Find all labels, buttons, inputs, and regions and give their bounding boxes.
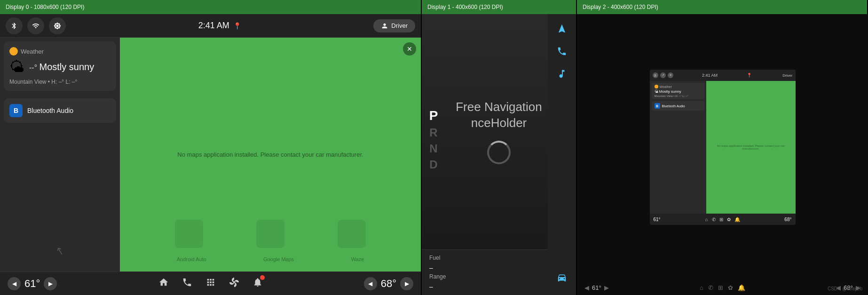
main-content: 2:41 AM 📍 Driver Weather [0, 14, 868, 295]
mini-status-bar: B ↗ ☀ 2:41 AM 📍 Driver [650, 70, 796, 81]
prnd-r: R [429, 126, 437, 139]
time-display: 2:41 AM [198, 21, 229, 31]
mini-bell-bottom-icon: 🔔 [738, 284, 745, 291]
driver-button[interactable]: Driver [373, 19, 415, 32]
app-label-google-maps: Google Maps [263, 256, 294, 262]
range-value: – [429, 283, 494, 290]
cursor-icon: ↖ [54, 244, 65, 258]
mini-map: No maps application installed. Please co… [706, 81, 796, 214]
mini-location-icon: 📍 [747, 73, 752, 78]
map-close-button[interactable]: ✕ [403, 42, 416, 56]
map-bottom-labels: Android Auto Google Maps Waze [120, 256, 421, 262]
bluetooth-audio-card[interactable]: B Bluetooth Audio [4, 98, 116, 123]
mini-sidebar: Weather 🌤 Mostly sunny Mountain View • H… [650, 81, 706, 214]
map-area: ✕ No maps application installed. Please … [120, 38, 421, 271]
display-2: B ↗ ☀ 2:41 AM 📍 Driver Weather [577, 14, 868, 295]
mini-home-bottom-icon: ⌂ [700, 284, 703, 291]
phone-button[interactable] [182, 277, 192, 290]
temp-left-increase-button[interactable]: ▶ [44, 277, 57, 290]
status-bar: 2:41 AM 📍 Driver [0, 14, 421, 38]
temp-right-decrease-button[interactable]: ◀ [364, 277, 377, 290]
sidebar-cursor-area: ↖ [0, 127, 120, 271]
google-maps-icon [256, 220, 284, 248]
temp-right-increase-button[interactable]: ▶ [400, 277, 413, 290]
notification-button[interactable] [253, 277, 263, 290]
apps-button[interactable] [205, 277, 216, 290]
weather-icon: 🌤 [9, 58, 24, 76]
mini-weather-loc: Mountain View • H: –° L: –° [655, 95, 702, 97]
temp-left-decrease-button[interactable]: ◀ [8, 277, 21, 290]
range-label: Range [429, 273, 494, 281]
notification-badge [260, 275, 265, 280]
prnd-panel: P R N D [422, 108, 445, 171]
weather-description: Mostly sunny [39, 62, 95, 72]
driver-label: Driver [391, 22, 408, 29]
display-2-label: Display 2 - 400x600 (120 DPI) [577, 0, 868, 14]
signal-button[interactable] [27, 17, 44, 34]
android-auto-icon [175, 220, 203, 248]
brightness-button[interactable] [49, 17, 66, 34]
call-icon[interactable] [557, 46, 567, 59]
mini-left-temp-val: 61° [592, 284, 601, 291]
mini-sun-icon [655, 85, 658, 88]
display2-bottom: ◀ 61° ▶ ⌂ ✆ ⊞ ✿ 🔔 ◀ 68° ▶ [577, 280, 868, 295]
mini-home-icon: ⌂ [705, 217, 708, 222]
weather-card[interactable]: Weather 🌤 --° Mostly sunny Mountain View… [4, 41, 116, 91]
mini-weather-card: Weather 🌤 Mostly sunny Mountain View • H… [652, 83, 704, 99]
app-label-android-auto: Android Auto [177, 256, 206, 262]
weather-title: Weather [9, 47, 110, 56]
mini-brightness-icon: ☀ [668, 72, 673, 78]
mini-screen: B ↗ ☀ 2:41 AM 📍 Driver Weather [650, 70, 796, 225]
bluetooth-button[interactable] [6, 17, 23, 34]
display-1: Free NavigationnceHolder P R N D [422, 14, 577, 295]
fan-button[interactable] [229, 277, 239, 290]
mini-left-temp-section: ◀ 61° ▶ [584, 284, 609, 291]
weather-main: 🌤 --° Mostly sunny [9, 58, 110, 76]
mini-content-row: Weather 🌤 Mostly sunny Mountain View • H… [650, 81, 796, 214]
status-center: 2:41 AM 📍 [71, 21, 369, 31]
mini-weather-main: 🌤 Mostly sunny [655, 89, 702, 94]
weather-sun-icon [9, 47, 18, 56]
turn-right-icon[interactable] [557, 24, 567, 37]
mini-fan-bottom-icon: ✿ [728, 284, 733, 291]
home-button[interactable] [158, 277, 169, 290]
mini-driver: Driver [782, 73, 792, 78]
mini-status-icons: B ↗ ☀ [653, 72, 673, 78]
csdn-credit: CSDN @stray2b [828, 286, 862, 291]
left-temp-value: 61° [24, 278, 40, 290]
display-0: 2:41 AM 📍 Driver Weather [0, 14, 422, 295]
display-0-label: Display 0 - 1080x600 (120 DPI) [0, 0, 422, 14]
mini-time: 2:41 AM [702, 73, 718, 78]
music-icon[interactable] [557, 69, 567, 82]
display2-inner: B ↗ ☀ 2:41 AM 📍 Driver Weather [577, 14, 868, 280]
mini-nav-icons: ⌂ ✆ ⊞ ✿ 🔔 [705, 217, 740, 222]
app-label-waze: Waze [351, 256, 364, 262]
bottom-nav: ◀ 61° ▶ [0, 271, 421, 295]
mini-map-text: No maps application installed. Please co… [706, 143, 796, 152]
car-icon[interactable] [557, 272, 567, 286]
waze-icon [338, 220, 366, 248]
mini-temp-left: 61° [654, 217, 661, 222]
mini-apps-icon: ⊞ [719, 217, 723, 222]
left-temp-section: ◀ 61° ▶ [8, 277, 57, 290]
right-temp-value: 68° [381, 278, 396, 290]
bluetooth-icon: B [9, 104, 23, 117]
mini-bt-card: B Bluetooth Audio [652, 101, 704, 111]
mini-weather-title: Weather [655, 85, 702, 88]
mini-phone-bottom-icon: ✆ [708, 284, 713, 291]
mini-bluetooth-icon: B [655, 103, 660, 109]
loading-spinner [487, 141, 511, 164]
nav-icons [158, 277, 263, 290]
mini-weather-label: Weather [660, 85, 672, 88]
weather-temp: --° [29, 64, 37, 72]
display-bar: Display 0 - 1080x600 (120 DPI) Display 1… [0, 0, 868, 14]
location-icon: 📍 [233, 22, 241, 30]
mini-bell-icon: 🔔 [734, 217, 740, 222]
prnd-d: D [429, 158, 437, 171]
nav-placeholder-text: Free NavigationnceHolder [456, 99, 542, 131]
mini-bt-icon: B [653, 72, 658, 78]
right-temp-section: ◀ 68° ▶ [364, 277, 413, 290]
display-1-label: Display 1 - 400x600 (120 DPI) [422, 0, 577, 14]
mini-bt-label: Bluetooth Audio [662, 104, 685, 108]
bluetooth-label: Bluetooth Audio [27, 107, 73, 114]
